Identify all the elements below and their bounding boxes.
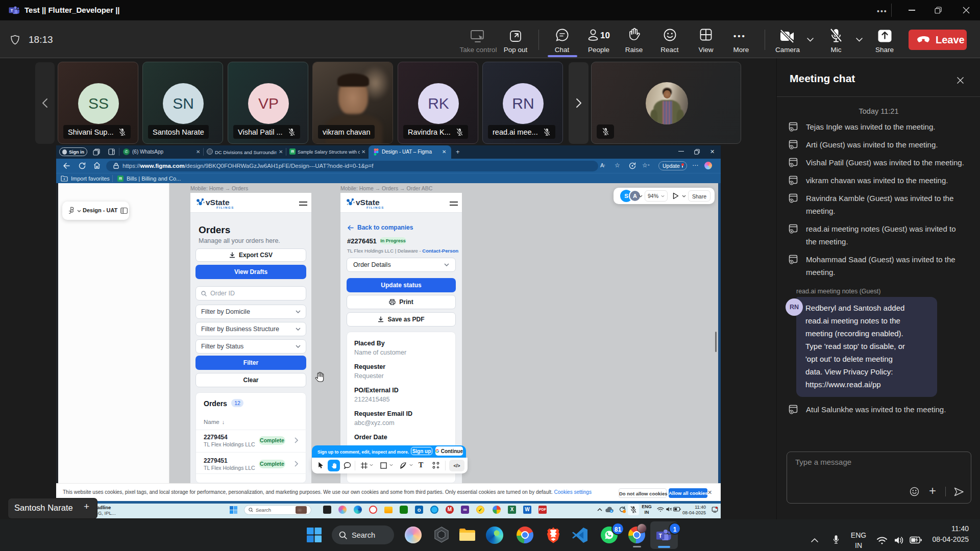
svg-text:vState: vState	[206, 198, 230, 207]
svg-text:T: T	[11, 8, 13, 13]
svg-text:vState: vState	[356, 198, 380, 207]
svg-text:FILINGS: FILINGS	[216, 206, 234, 209]
svg-text:T: T	[658, 533, 662, 539]
svg-text:FILINGS: FILINGS	[366, 206, 384, 209]
